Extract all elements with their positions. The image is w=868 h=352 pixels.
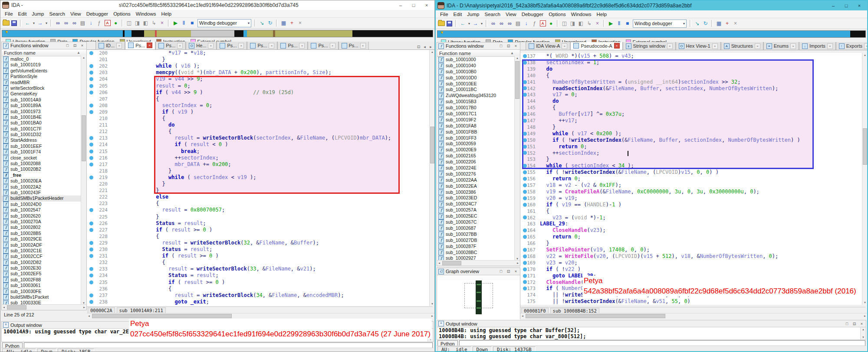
tab-close-icon[interactable]: ×: [755, 43, 760, 49]
code-line[interactable]: 169 v23 = v20;: [520, 260, 867, 266]
code-line[interactable]: 238 goto _exit;: [87, 299, 434, 305]
menu-windows[interactable]: Windows: [569, 12, 594, 17]
function-list-item[interactable]: fsub_100024C7: [437, 201, 520, 207]
open-file-icon[interactable]: [2, 19, 10, 27]
start-process-icon[interactable]: ▶: [172, 19, 179, 27]
code-line[interactable]: 143 v17 = 0;: [520, 91, 867, 98]
forward-history-icon[interactable]: ▾: [480, 20, 483, 27]
jump-address-icon[interactable]: ↓: [523, 20, 530, 27]
function-list-item[interactable]: fsub_1000224E: [437, 165, 520, 171]
windows-list-icon[interactable]: ▦: [280, 19, 287, 27]
code-line[interactable]: 220 }: [87, 181, 434, 187]
function-list-item[interactable]: fsub_10002547: [2, 207, 86, 213]
debug-windows-icon[interactable]: ◫: [125, 19, 133, 27]
problems-icon[interactable]: A: [104, 19, 111, 27]
code-line[interactable]: 231 if ( result >= 0 ): [87, 253, 434, 259]
function-list-item[interactable]: fsub_10002CCF: [2, 254, 86, 259]
function-list-item[interactable]: fsub_100023ED: [437, 195, 520, 201]
code-line[interactable]: 151 return 0;: [520, 143, 867, 150]
forward-history-icon[interactable]: ▾: [45, 19, 48, 27]
code-line[interactable]: 141 NumberOfBytesWritten = (unsigned __i…: [520, 79, 867, 85]
back-history-icon[interactable]: ▾: [32, 19, 36, 27]
scroll-left-icon[interactable]: ◄: [437, 261, 441, 266]
tab-strings-window[interactable]: sStrings window×: [623, 42, 676, 50]
debug-trace-icon[interactable]: ◧: [577, 20, 585, 27]
navigate-forward-icon[interactable]: →: [472, 20, 479, 27]
add-breakpoint-icon[interactable]: +: [723, 20, 731, 27]
function-list-item[interactable]: freadMBR: [2, 80, 86, 85]
code-line[interactable]: 158 v19 = CreateFileA(&FileName, 0xC0000…: [520, 189, 867, 195]
menu-search[interactable]: Search: [46, 11, 67, 16]
tab-close-icon[interactable]: ×: [269, 43, 274, 49]
function-list-item[interactable]: fsub_10001C7F: [2, 126, 86, 132]
function-list-item[interactable]: fsub_100010D0: [437, 75, 520, 81]
code-line[interactable]: 140 {: [520, 72, 867, 79]
code-line[interactable]: 162 v23 = (void *)-1;: [520, 215, 867, 221]
navigate-back-icon[interactable]: ←: [459, 20, 467, 27]
pseudocode-view[interactable]: 137 *(_WORD *)(v15 + 508) = v43;138 sect…: [520, 53, 867, 305]
tab-close-icon[interactable]: ×: [790, 43, 796, 49]
functions-window-titlebar[interactable]: fFunctions window□⊡×: [437, 42, 520, 50]
function-list-item[interactable]: fsub_10002F88: [2, 277, 86, 283]
function-list-item[interactable]: fsub_10002088: [2, 161, 86, 166]
code-line[interactable]: 204 v19 = v44 >> 9;: [87, 76, 434, 82]
jump-address-icon[interactable]: ↓: [87, 19, 95, 27]
open-file-icon[interactable]: [437, 20, 445, 27]
tab-exports[interactable]: ↑Exports×: [836, 42, 867, 50]
panel-maximize-button[interactable]: □: [844, 321, 850, 326]
tab-he-[interactable]: OHe...×: [186, 42, 217, 49]
scroll-down-icon[interactable]: ▼: [861, 335, 866, 339]
attach-icon[interactable]: ↘: [258, 19, 266, 27]
code-line[interactable]: 227 if ( result >= 0 ): [87, 227, 434, 233]
pause-process-icon[interactable]: Ⅱ: [615, 20, 623, 27]
code-line[interactable]: 202 while ( v16 );: [87, 63, 434, 69]
tab-ps-[interactable]: Ps...×: [155, 42, 186, 49]
start-process-icon[interactable]: ▶: [607, 20, 615, 27]
analysis-indicator-icon[interactable]: ●: [112, 19, 119, 27]
menu-help[interactable]: Help: [158, 11, 174, 16]
code-line[interactable]: 167 SetFilePointer(v19, 17408, 0, 0);: [520, 247, 867, 253]
menu-options[interactable]: Options: [111, 11, 133, 16]
function-list-item[interactable]: fZuWQdweafdsg3453120: [437, 93, 520, 99]
tab-scroll-right-icon[interactable]: ▸: [428, 44, 434, 49]
menu-edit[interactable]: Edit: [451, 12, 465, 17]
function-list-item[interactable]: fsub_10002620: [2, 213, 86, 219]
function-list-item[interactable]: fsub_100011BC: [437, 87, 520, 93]
graph-overview-titlebar[interactable]: GGraph overview□⊡×: [437, 268, 520, 275]
menu-edit[interactable]: Edit: [16, 11, 30, 16]
code-line[interactable]: 139 do: [520, 66, 867, 72]
code-line[interactable]: 137 *(_WORD *)(v15 + 508) = v43;: [520, 53, 867, 59]
menu-file[interactable]: File: [437, 12, 451, 17]
tab-close-icon[interactable]: ×: [116, 43, 122, 49]
function-list-item[interactable]: fsub_100028BC: [437, 250, 520, 256]
code-line[interactable]: 166 }: [520, 240, 867, 247]
function-list-item[interactable]: fsub_10003061: [2, 283, 86, 288]
delete-breakpoint-icon[interactable]: ×: [732, 20, 739, 27]
segments-icon[interactable]: ▤: [514, 20, 522, 27]
problems-icon[interactable]: A: [539, 20, 546, 27]
add-breakpoint-icon[interactable]: +: [288, 19, 296, 27]
delete-breakpoint-icon[interactable]: ×: [296, 19, 304, 27]
search-sequence-icon[interactable]: ∞: [71, 19, 78, 27]
code-line[interactable]: 148 }: [520, 124, 867, 130]
refresh-memory-icon[interactable]: ↻: [266, 19, 274, 27]
function-list-item[interactable]: fsub_1000270A: [2, 219, 86, 225]
function-list[interactable]: fsub_10001000fsub_10001040fsub_100010B0f…: [437, 57, 520, 262]
code-line[interactable]: 215 break;: [87, 148, 434, 155]
code-line[interactable]: 212 {: [87, 128, 434, 135]
function-list-item[interactable]: fsub_10001FA8: [437, 123, 520, 129]
scroll-up-icon[interactable]: ▲: [861, 327, 866, 332]
code-line[interactable]: 147 ++v17;: [520, 117, 867, 124]
code-line[interactable]: 222 else: [87, 194, 434, 200]
menu-windows[interactable]: Windows: [133, 11, 159, 16]
tab-id-[interactable]: ID...×: [95, 42, 125, 49]
function-list-item[interactable]: fsub_10001D32: [2, 132, 86, 137]
function-list-item[interactable]: fsub_10002E30: [2, 265, 86, 271]
search-names-icon[interactable]: ∞: [54, 19, 62, 27]
tab-ps-[interactable]: Ps...×: [308, 42, 338, 49]
scroll-up-icon[interactable]: ▲: [515, 56, 520, 60]
function-list-item[interactable]: fsub_10002206: [437, 159, 520, 165]
tab-scroll-left-icon[interactable]: ◂: [422, 44, 427, 49]
scroll-thumb[interactable]: [526, 314, 665, 318]
save-icon[interactable]: [446, 20, 453, 27]
